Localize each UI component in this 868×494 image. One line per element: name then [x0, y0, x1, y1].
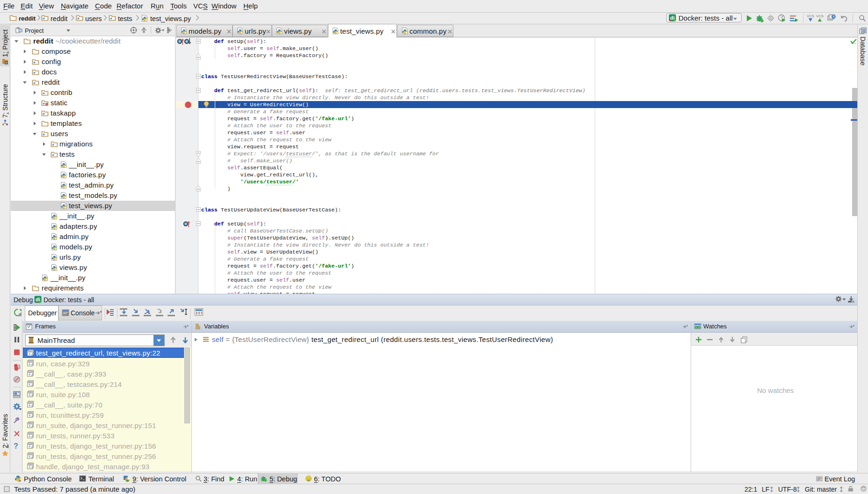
svg-text:VCS: VCS — [816, 14, 823, 18]
svg-text:VCS: VCS — [807, 14, 814, 18]
